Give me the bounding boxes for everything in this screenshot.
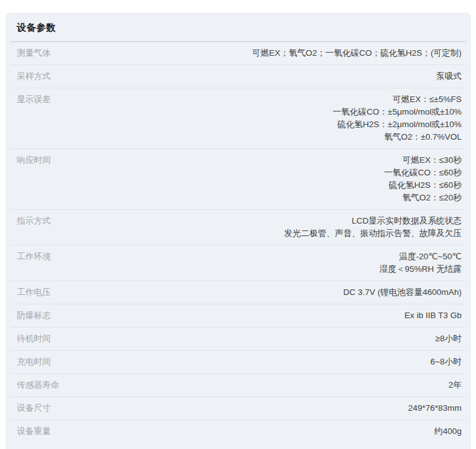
- value-line: 可燃EX：≤30秒: [63, 154, 462, 167]
- spec-row-working-environment: 工作环境 温度-20℃~50℃ 湿度＜95%RH 无结露: [11, 245, 466, 281]
- value-line: LCD显示实时数据及系统状态: [63, 215, 462, 227]
- row-label: 显示误差: [17, 93, 51, 106]
- row-label: 充电时间: [17, 356, 51, 368]
- row-value: 温度-20℃~50℃ 湿度＜95%RH 无结露: [63, 250, 462, 276]
- spec-row-sensor-life: 传感器寿命 2年: [11, 374, 466, 397]
- spec-row-measured-gas: 测量气体 可燃EX；氧气O2；一氧化碳CO；硫化氢H2S；(可定制): [11, 42, 466, 65]
- spec-row-sampling-method: 采样方式 泵吸式: [11, 65, 466, 88]
- row-label: 工作环境: [17, 250, 51, 263]
- spec-row-explosion-proof-mark: 防爆标志 Ex ib IIB T3 Gb: [11, 304, 466, 328]
- row-value: 泵吸式: [63, 70, 462, 83]
- page: 设备参数 测量气体 可燃EX；氧气O2；一氧化碳CO；硫化氢H2S；(可定制) …: [0, 0, 476, 449]
- row-label: 测量气体: [17, 47, 51, 59]
- spec-row-response-time: 响应时间 可燃EX：≤30秒 一氧化碳CO：≤60秒 硫化氢H2S：≤60秒 氧…: [11, 149, 466, 210]
- row-label: 设备尺寸: [17, 402, 51, 415]
- row-value: 约400g: [63, 425, 462, 438]
- row-value: ≥8小时: [63, 333, 462, 345]
- row-label: 工作电压: [17, 286, 51, 299]
- value-line: 硫化氢H2S：±2μmol/mol或±10%: [63, 118, 462, 131]
- row-value: Ex ib IIB T3 Gb: [63, 309, 462, 322]
- value-line: 发光二极管、声音、振动指示告警、故障及欠压: [63, 227, 462, 240]
- spec-row-charging-time: 充电时间 6~8小时: [11, 351, 466, 374]
- row-label: 防爆标志: [17, 309, 51, 322]
- spec-row-device-weight: 设备重量 约400g: [11, 420, 466, 443]
- value-line: 一氧化碳CO：±5μmol/mol或±10%: [63, 106, 462, 118]
- row-label: 设备重量: [17, 425, 51, 438]
- value-line: 硫化氢H2S：≤60秒: [63, 179, 462, 192]
- card-header: 设备参数: [11, 13, 466, 42]
- card-title: 设备参数: [17, 22, 56, 33]
- value-line: DC 3.7V (锂电池容量4600mAh): [63, 286, 462, 299]
- value-line: Ex ib IIB T3 Gb: [63, 309, 462, 322]
- value-line: 氧气O2：≤20秒: [63, 192, 462, 204]
- row-label: 待机时间: [17, 333, 51, 345]
- value-line: ≥8小时: [63, 333, 462, 345]
- row-label: 采样方式: [17, 70, 51, 83]
- value-line: 泵吸式: [63, 70, 462, 83]
- row-value: 可燃EX；氧气O2；一氧化碳CO；硫化氢H2S；(可定制): [63, 47, 462, 59]
- row-value: 可燃EX：≤±5%FS 一氧化碳CO：±5μmol/mol或±10% 硫化氢H2…: [63, 93, 462, 143]
- row-label: 指示方式: [17, 215, 51, 227]
- value-line: 一氧化碳CO：≤60秒: [63, 167, 462, 179]
- spec-row-device-size: 设备尺寸 249*76*83mm: [11, 397, 466, 420]
- row-value: DC 3.7V (锂电池容量4600mAh): [63, 286, 462, 299]
- spec-row-working-voltage: 工作电压 DC 3.7V (锂电池容量4600mAh): [11, 281, 466, 304]
- row-value: LCD显示实时数据及系统状态 发光二极管、声音、振动指示告警、故障及欠压: [63, 215, 462, 240]
- value-line: 氧气O2：±0.7%VOL: [63, 131, 462, 143]
- row-label: 传感器寿命: [17, 379, 59, 391]
- value-line: 湿度＜95%RH 无结露: [63, 263, 462, 276]
- value-line: 249*76*83mm: [63, 402, 462, 415]
- value-line: 温度-20℃~50℃: [63, 250, 462, 263]
- value-line: 6~8小时: [63, 356, 462, 368]
- row-value: 6~8小时: [63, 356, 462, 368]
- row-value: 249*76*83mm: [63, 402, 462, 415]
- spec-row-display-error: 显示误差 可燃EX：≤±5%FS 一氧化碳CO：±5μmol/mol或±10% …: [11, 88, 466, 149]
- spec-row-standby-time: 待机时间 ≥8小时: [11, 328, 466, 351]
- row-value: 2年: [72, 379, 462, 391]
- device-params-card: 设备参数 测量气体 可燃EX；氧气O2；一氧化碳CO；硫化氢H2S；(可定制) …: [6, 13, 471, 449]
- value-line: 可燃EX；氧气O2；一氧化碳CO；硫化氢H2S；(可定制): [63, 47, 462, 59]
- row-label: 响应时间: [17, 154, 51, 167]
- value-line: 可燃EX：≤±5%FS: [63, 93, 462, 106]
- spec-row-indication-mode: 指示方式 LCD显示实时数据及系统状态 发光二极管、声音、振动指示告警、故障及欠…: [11, 210, 466, 245]
- value-line: 约400g: [63, 425, 462, 438]
- value-line: 2年: [72, 379, 462, 391]
- row-value: 可燃EX：≤30秒 一氧化碳CO：≤60秒 硫化氢H2S：≤60秒 氧气O2：≤…: [63, 154, 462, 204]
